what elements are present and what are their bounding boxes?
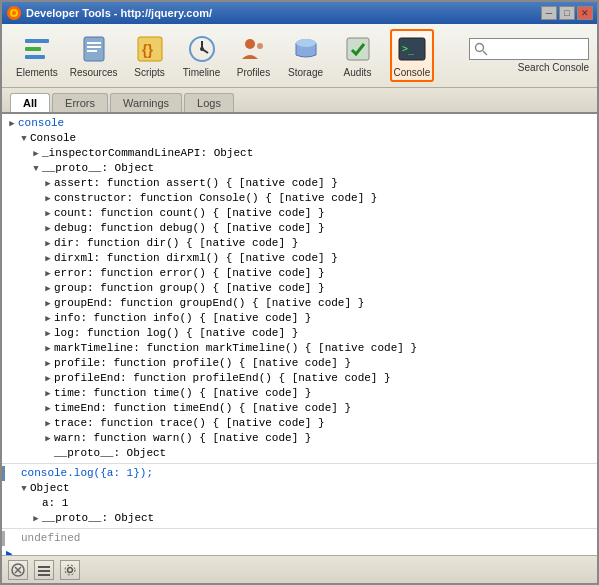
tab-logs[interactable]: Logs [184, 93, 234, 112]
list-item[interactable]: ▼ __proto__: Object [2, 161, 597, 176]
list-item[interactable]: ▶ a: 1 [2, 496, 597, 511]
console-output[interactable]: ▶ console ▼ Console ▶ _inspectorCommandL… [2, 114, 597, 555]
expand-icon[interactable]: ▶ [42, 194, 54, 206]
expand-icon[interactable]: ▶ [42, 269, 54, 281]
storage-label: Storage [288, 67, 323, 78]
svg-text:>_: >_ [402, 43, 415, 55]
scripts-icon: {} [134, 33, 166, 65]
list-item[interactable]: ▶ __proto__: Object [2, 446, 597, 461]
list-item[interactable]: ▶ console [2, 116, 597, 131]
property-entry: __proto__: Object [42, 511, 154, 526]
undefined-value: undefined [21, 531, 80, 546]
expand-icon[interactable]: ▶ [42, 314, 54, 326]
list-item[interactable]: ▶ timeEnd: function timeEnd() { [native … [2, 401, 597, 416]
toolbar-profiles[interactable]: Profiles [234, 33, 274, 78]
expand-icon[interactable]: ▶ [42, 299, 54, 311]
settings-button[interactable] [60, 560, 80, 580]
expand-icon[interactable]: ▶ [42, 389, 54, 401]
toolbar-audits[interactable]: Audits [338, 33, 378, 78]
list-item[interactable]: ▶ undefined [2, 531, 597, 546]
tab-warnings[interactable]: Warnings [110, 93, 182, 112]
timeline-icon [186, 33, 218, 65]
list-item[interactable]: ▶ console.log({a: 1}); [2, 466, 597, 481]
property-entry: error: function error() { [native code] … [54, 266, 325, 281]
console-entry: Console [30, 131, 76, 146]
list-item[interactable]: ▶ markTimeline: function markTimeline() … [2, 341, 597, 356]
expand-icon[interactable]: ▶ [42, 344, 54, 356]
list-item[interactable]: ▶ trace: function trace() { [native code… [2, 416, 597, 431]
tabs-bar: All Errors Warnings Logs [2, 88, 597, 114]
expand-icon[interactable]: ▶ [42, 434, 54, 446]
expand-icon[interactable]: ▶ [30, 149, 42, 161]
svg-rect-7 [87, 42, 101, 44]
audits-icon [342, 33, 374, 65]
toolbar-elements[interactable]: Elements [16, 33, 58, 78]
tab-errors[interactable]: Errors [52, 93, 108, 112]
expand-icon[interactable]: ▶ [42, 209, 54, 221]
expand-icon[interactable]: ▶ [42, 374, 54, 386]
list-item[interactable]: ▶ groupEnd: function groupEnd() { [nativ… [2, 296, 597, 311]
list-item[interactable]: ▶ warn: function warn() { [native code] … [2, 431, 597, 446]
list-item[interactable]: ▶ time: function time() { [native code] … [2, 386, 597, 401]
list-item[interactable]: ▶ log: function log() { [native code] } [2, 326, 597, 341]
svg-rect-30 [38, 574, 50, 576]
expand-icon[interactable]: ▶ [42, 329, 54, 341]
list-button[interactable] [34, 560, 54, 580]
list-icon [37, 563, 51, 577]
expand-icon[interactable]: ▶ [42, 239, 54, 251]
expand-icon[interactable]: ▶ [42, 224, 54, 236]
log-result: Object [30, 481, 70, 496]
expand-icon[interactable]: ▶ [42, 359, 54, 371]
list-item[interactable]: ▶ error: function error() { [native code… [2, 266, 597, 281]
property-entry: log: function log() { [native code] } [54, 326, 298, 341]
svg-rect-3 [25, 39, 49, 43]
property-entry: debug: function debug() { [native code] … [54, 221, 325, 236]
property-entry: timeEnd: function timeEnd() { [native co… [54, 401, 351, 416]
prompt-line[interactable]: ▶ [2, 546, 597, 555]
console-input[interactable] [17, 548, 593, 556]
resources-icon [78, 33, 110, 65]
expand-icon[interactable]: ▼ [18, 134, 30, 146]
expand-icon[interactable]: ▶ [6, 119, 18, 131]
clear-button[interactable] [8, 560, 28, 580]
list-item[interactable]: ▼ Object [2, 481, 597, 496]
list-item[interactable]: ▶ dir: function dir() { [native code] } [2, 236, 597, 251]
list-item[interactable]: ▶ info: function info() { [native code] … [2, 311, 597, 326]
list-item[interactable]: ▶ assert: function assert() { [native co… [2, 176, 597, 191]
property-entry: count: function count() { [native code] … [54, 206, 325, 221]
toolbar-storage[interactable]: Storage [286, 33, 326, 78]
close-button[interactable]: ✕ [577, 6, 593, 20]
expand-icon[interactable]: ▶ [42, 404, 54, 416]
minimize-button[interactable]: ─ [541, 6, 557, 20]
expand-icon[interactable]: ▶ [30, 514, 42, 526]
toolbar-scripts[interactable]: {} Scripts [130, 33, 170, 78]
maximize-button[interactable]: □ [559, 6, 575, 20]
list-item[interactable]: ▶ profileEnd: function profileEnd() { [n… [2, 371, 597, 386]
list-item[interactable]: ▶ group: function group() { [native code… [2, 281, 597, 296]
toolbar-timeline[interactable]: Timeline [182, 33, 222, 78]
expand-icon[interactable]: ▼ [18, 484, 30, 496]
expand-icon[interactable]: ▶ [42, 284, 54, 296]
list-item[interactable]: ▶ profile: function profile() { [native … [2, 356, 597, 371]
property-entry: profileEnd: function profileEnd() { [nat… [54, 371, 391, 386]
toolbar-resources[interactable]: Resources [70, 33, 118, 78]
title-bar-left: Developer Tools - http://jquery.com/ [6, 5, 212, 21]
expand-icon[interactable]: ▶ [42, 419, 54, 431]
toolbar-console[interactable]: >_ Console [390, 29, 435, 82]
svg-point-32 [65, 565, 75, 575]
search-box[interactable] [469, 38, 589, 60]
log-command: console.log({a: 1}); [21, 466, 153, 481]
list-item[interactable]: ▶ _inspectorCommandLineAPI: Object [2, 146, 597, 161]
tab-all[interactable]: All [10, 93, 50, 112]
svg-point-15 [200, 47, 204, 51]
expand-icon[interactable]: ▼ [30, 164, 42, 176]
property-entry: constructor: function Console() { [nativ… [54, 191, 377, 206]
list-item[interactable]: ▶ debug: function debug() { [native code… [2, 221, 597, 236]
list-item[interactable]: ▼ Console [2, 131, 597, 146]
list-item[interactable]: ▶ __proto__: Object [2, 511, 597, 526]
list-item[interactable]: ▶ dirxml: function dirxml() { [native co… [2, 251, 597, 266]
expand-icon[interactable]: ▶ [42, 254, 54, 266]
list-item[interactable]: ▶ constructor: function Console() { [nat… [2, 191, 597, 206]
expand-icon[interactable]: ▶ [42, 179, 54, 191]
list-item[interactable]: ▶ count: function count() { [native code… [2, 206, 597, 221]
